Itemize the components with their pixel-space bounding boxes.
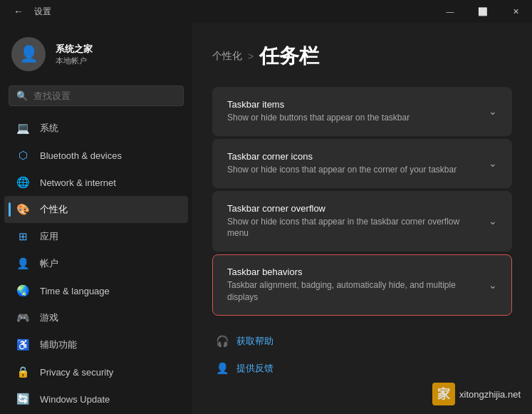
sidebar-item-label-system: 系统: [40, 122, 58, 135]
sidebar-item-apps[interactable]: ⊞ 应用: [4, 223, 188, 250]
personalize-icon: 🎨: [16, 202, 30, 217]
user-profile: 👤 系统之家 本地帐户: [0, 23, 192, 83]
card-taskbar-items[interactable]: Taskbar items Show or hide buttons that …: [212, 87, 512, 136]
feedback-label[interactable]: 提供反馈: [236, 362, 273, 375]
sidebar-item-label-personalize: 个性化: [40, 203, 68, 216]
chevron-down-icon: ⌄: [489, 279, 497, 291]
search-input[interactable]: [33, 90, 176, 101]
time-icon: 🌏: [16, 284, 30, 298]
card-title-taskbar-corner-overflow: Taskbar corner overflow: [227, 203, 480, 214]
sidebar-item-time[interactable]: 🌏 Time & language: [4, 277, 188, 304]
titlebar: ← 设置 — ⬜ ✕: [0, 0, 532, 23]
sidebar-item-gaming[interactable]: 🎮 游戏: [4, 304, 188, 331]
sidebar-item-system[interactable]: 💻 系统: [4, 115, 188, 142]
apps-icon: ⊞: [16, 229, 30, 244]
avatar: 👤: [11, 37, 46, 71]
links-section: 🎧 获取帮助 👤 提供反馈: [212, 330, 512, 380]
watermark: 家 xitongzhijia.net: [432, 383, 521, 405]
watermark-text: xitongzhijia.net: [459, 389, 521, 400]
sidebar-item-label-accessibility: 辅助功能: [40, 338, 77, 351]
breadcrumb-separator: >: [248, 51, 254, 62]
card-desc-taskbar-items: Show or hide buttons that appear on the …: [227, 112, 480, 124]
get-help-label[interactable]: 获取帮助: [236, 335, 273, 348]
card-desc-taskbar-corner-overflow: Show or hide icons that appear in the ta…: [227, 216, 480, 240]
search-box[interactable]: 🔍: [9, 86, 184, 106]
page-title: 任务栏: [259, 43, 319, 70]
main-layout: 👤 系统之家 本地帐户 🔍 💻 系统 ⬡ Bluetooth & devices…: [0, 23, 532, 414]
sidebar-item-label-time: Time & language: [40, 286, 110, 296]
privacy-icon: 🔒: [16, 365, 30, 379]
card-title-taskbar-items: Taskbar items: [227, 99, 480, 110]
get-help-link[interactable]: 🎧 获取帮助: [212, 330, 512, 353]
sidebar-item-label-update: Windows Update: [40, 394, 110, 405]
close-button[interactable]: ✕: [499, 0, 532, 23]
titlebar-title: 设置: [34, 6, 51, 18]
chevron-down-icon: ⌄: [489, 105, 497, 117]
card-taskbar-corner-icons[interactable]: Taskbar corner icons Show or hide icons …: [212, 139, 512, 188]
chevron-down-icon: ⌄: [489, 215, 497, 227]
sidebar-item-bluetooth[interactable]: ⬡ Bluetooth & devices: [4, 142, 188, 169]
sidebar-item-privacy[interactable]: 🔒 Privacy & security: [4, 358, 188, 385]
card-taskbar-behaviors[interactable]: Taskbar behaviors Taskbar alignment, bad…: [212, 254, 512, 316]
card-desc-taskbar-behaviors: Taskbar alignment, badging, automaticall…: [227, 279, 480, 304]
sidebar-item-label-network: Network & internet: [40, 177, 116, 188]
breadcrumb-parent[interactable]: 个性化: [212, 50, 242, 63]
content-area: 个性化 > 任务栏 Taskbar items Show or hide but…: [192, 23, 532, 414]
restore-button[interactable]: ⬜: [466, 0, 499, 23]
system-icon: 💻: [16, 121, 30, 135]
user-type: 本地帐户: [56, 56, 93, 66]
chevron-down-icon: ⌄: [489, 157, 497, 169]
search-icon: 🔍: [16, 90, 28, 101]
titlebar-controls: — ⬜ ✕: [434, 0, 532, 23]
gaming-icon: 🎮: [16, 311, 30, 325]
network-icon: 🌐: [16, 175, 30, 190]
sidebar-item-accounts[interactable]: 👤 帐户: [4, 250, 188, 277]
sidebar-item-label-privacy: Privacy & security: [40, 367, 113, 378]
card-desc-taskbar-corner-icons: Show or hide icons that appear on the co…: [227, 164, 480, 176]
sidebar-item-network[interactable]: 🌐 Network & internet: [4, 169, 188, 196]
feedback-link[interactable]: 👤 提供反馈: [212, 357, 512, 380]
sidebar-item-accessibility[interactable]: ♿ 辅助功能: [4, 331, 188, 358]
sidebar-item-label-gaming: 游戏: [40, 311, 58, 324]
card-taskbar-corner-overflow[interactable]: Taskbar corner overflow Show or hide ico…: [212, 191, 512, 252]
back-button[interactable]: ←: [9, 1, 28, 21]
watermark-logo: 家: [432, 383, 455, 405]
bluetooth-icon: ⬡: [16, 148, 30, 162]
accounts-icon: 👤: [16, 257, 30, 271]
user-name: 系统之家: [56, 43, 93, 56]
sidebar-item-label-bluetooth: Bluetooth & devices: [40, 150, 122, 161]
sidebar-item-update[interactable]: 🔄 Windows Update: [4, 385, 188, 413]
sidebar-item-label-accounts: 帐户: [40, 257, 58, 270]
breadcrumb: 个性化 > 任务栏: [212, 43, 512, 70]
sidebar-item-label-apps: 应用: [40, 230, 58, 243]
sidebar-item-personalize[interactable]: 🎨 个性化: [4, 196, 188, 223]
sidebar: 👤 系统之家 本地帐户 🔍 💻 系统 ⬡ Bluetooth & devices…: [0, 23, 192, 414]
update-icon: 🔄: [16, 392, 30, 406]
minimize-button[interactable]: —: [434, 0, 466, 23]
card-title-taskbar-corner-icons: Taskbar corner icons: [227, 151, 480, 162]
card-title-taskbar-behaviors: Taskbar behaviors: [227, 266, 480, 277]
feedback-icon: 👤: [215, 361, 229, 376]
user-info: 系统之家 本地帐户: [56, 43, 93, 66]
headset-icon: 🎧: [215, 334, 229, 348]
accessibility-icon: ♿: [16, 338, 30, 352]
